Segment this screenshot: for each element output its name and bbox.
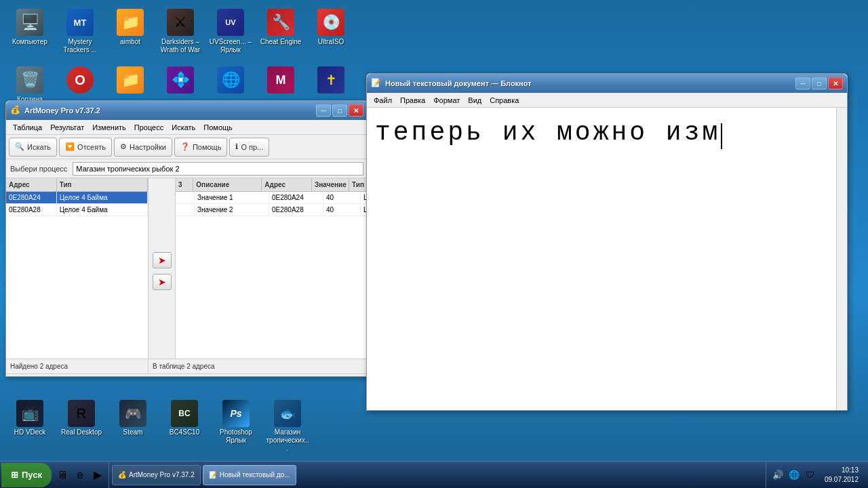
- real-desktop-icon: R: [68, 400, 95, 427]
- info-button[interactable]: ℹ Инф...: [232, 377, 271, 378]
- tray-icon-volume[interactable]: 🔊: [772, 469, 784, 481]
- notepad-window: 📝 Новый текстовый документ — Блокнот ─ □…: [366, 73, 848, 411]
- help-button[interactable]: ❓ Помощь: [174, 138, 228, 157]
- notepad-window-controls: ─ □ ✕: [795, 77, 843, 89]
- notepad-title-icon: 📝: [371, 78, 382, 89]
- right-table-row[interactable]: Значение 2 0E280A28 40 Целое...: [176, 204, 368, 216]
- artmoney-toolbar: 🔍 Искать 🔽 Отсеять ⚙ Настройки ❓ Помощь …: [6, 135, 368, 159]
- notepad-scrollbar[interactable]: [836, 108, 847, 410]
- right-val-cell-1: 40: [323, 192, 361, 203]
- notepad-content[interactable]: теперь их можно изм: [367, 108, 847, 410]
- status-right: В таблице 2 адреса: [149, 359, 368, 373]
- shop-icon: 🐟: [274, 400, 301, 427]
- desktop-icon-cheatengine[interactable]: 🔧 Cheat Engine: [256, 6, 305, 57]
- m-app-icon: M: [267, 66, 294, 94]
- artmoney-minimize-button[interactable]: ─: [316, 104, 331, 117]
- bc4sc10-label: BC4SC10: [170, 428, 199, 436]
- notepad-close-button[interactable]: ✕: [828, 77, 843, 89]
- artmoney-right-panel: 3 Описание Адрес Значение Тип Значение 1…: [176, 178, 368, 359]
- notepad-menu-view[interactable]: Вид: [464, 95, 486, 106]
- taskbar-app-artmoney-icon: 💰: [118, 471, 126, 479]
- artmoney-menubar: Таблица Результат Изменить Процесс Искат…: [6, 120, 368, 135]
- taskbar-app-artmoney-label: ArtMoney Pro v7.37.2: [129, 471, 195, 479]
- ql-desktop-icon[interactable]: 🖥: [54, 467, 71, 483]
- right-num-cell-2: [176, 204, 195, 216]
- desktop-icon-computer[interactable]: 🖥️ Компьютер: [5, 6, 54, 57]
- artmoney-title-icon: 💰: [10, 105, 21, 116]
- desc-column-header: Описание: [193, 178, 262, 191]
- arrow-right-1[interactable]: ➤: [153, 252, 172, 268]
- notepad-text: теперь их можно изм: [370, 110, 844, 155]
- arrow-right-2[interactable]: ➤: [153, 274, 172, 290]
- notepad-menubar: Файл Правка Формат Вид Справка: [367, 93, 847, 108]
- folder2-icon: 📁: [117, 66, 144, 94]
- artmoney-right-header: 3 Описание Адрес Значение Тип: [176, 178, 368, 192]
- taskbar-app-notepad-label: Новый текстовый до...: [220, 471, 290, 479]
- notepad-menu-edit[interactable]: Правка: [396, 95, 429, 106]
- right-table-row[interactable]: Значение 1 0E280A24 40 Целое...: [176, 192, 368, 204]
- menu-process[interactable]: Процесс: [130, 122, 167, 133]
- desktop-icon-aimbot[interactable]: 📁 aimbot: [106, 6, 155, 57]
- aimbot-icon: 📁: [117, 9, 144, 36]
- artmoney-window-controls: ─ □ ✕: [316, 104, 363, 117]
- save-button[interactable]: 💾 Сохранить: [168, 377, 230, 378]
- menu-table[interactable]: Таблица: [9, 122, 46, 133]
- taskbar-app-notepad[interactable]: 📝 Новый текстовый до...: [203, 465, 296, 485]
- desktop-icon-steam[interactable]: 🎮 Steam: [108, 397, 157, 455]
- ultraiso-icon: 💿: [317, 9, 344, 36]
- tray-icon-network[interactable]: 🌐: [788, 469, 800, 481]
- search-button[interactable]: 🔍 Искать: [9, 138, 57, 157]
- left-table-row[interactable]: 0E280A28 Целое 4 Байма: [6, 204, 148, 216]
- steam-icon: 🎮: [119, 400, 146, 427]
- ql-ie-icon[interactable]: e: [72, 467, 88, 483]
- notepad-menu-file[interactable]: Файл: [370, 95, 396, 106]
- desktop-icon-bc4sc10[interactable]: BC BC4SC10: [160, 397, 209, 455]
- clock-time: 10:13: [825, 466, 859, 475]
- process-label: Выбери процесс: [10, 165, 67, 173]
- menu-search[interactable]: Искать: [167, 122, 199, 133]
- num-column-header: 3: [176, 178, 193, 191]
- taskbar-clock: 10:13 09.07.2012: [821, 466, 863, 485]
- notepad-menu-format[interactable]: Формат: [429, 95, 464, 106]
- tray-icon-security[interactable]: 🛡: [804, 469, 816, 481]
- ql-media-icon[interactable]: ▶: [90, 467, 106, 483]
- desktop-icon-photoshop[interactable]: Ps Photoshop Ярлык: [212, 397, 260, 455]
- recycle-bin-icon: 🗑️: [16, 66, 43, 94]
- artmoney-left-panel: Адрес Тип 0E280A24 Целое 4 Байма 0E280A2…: [6, 178, 149, 359]
- notepad-titlebar[interactable]: 📝 Новый текстовый документ — Блокнот ─ □…: [367, 74, 847, 93]
- artmoney-maximize-button[interactable]: □: [332, 104, 347, 117]
- clear-button[interactable]: 🗑 Очистить: [51, 377, 106, 378]
- filter-button[interactable]: 🔽 Отсеять: [59, 138, 112, 157]
- load-button[interactable]: 📂 Загрузить: [108, 377, 166, 378]
- darksiders-label: Darksiders – Wrath of War: [159, 38, 202, 54]
- notepad-maximize-button[interactable]: □: [812, 77, 827, 89]
- artmoney-close-button[interactable]: ✕: [349, 104, 363, 117]
- taskbar-app-artmoney[interactable]: 💰 ArtMoney Pro v7.37.2: [112, 465, 201, 485]
- desktop-icon-real-desktop[interactable]: R Real Desktop: [57, 397, 106, 455]
- desktop-icon-mystery-trackers[interactable]: MT Mystery Trackers ...: [56, 6, 104, 57]
- menu-change[interactable]: Изменить: [88, 122, 130, 133]
- test-button[interactable]: 📊 Тест: [9, 377, 49, 378]
- aimbot-label: aimbot: [120, 38, 140, 46]
- settings-button[interactable]: ⚙ Настройки: [114, 138, 172, 157]
- menu-help[interactable]: Помощь: [199, 122, 237, 133]
- type-cell-1: Целое 4 Байма: [57, 192, 148, 203]
- desktop-icon-ultraiso[interactable]: 💿 UltraISO: [307, 6, 355, 57]
- start-button[interactable]: ⊞ Пуск: [1, 463, 52, 487]
- desktop-icon-hdvdeck[interactable]: 📺 HD VDeck: [5, 397, 54, 455]
- about-button[interactable]: ℹ О пр...: [229, 138, 269, 157]
- desktop-icon-uvscreen[interactable]: UV UVScreen... – Ярлык: [206, 6, 255, 57]
- desktop-icon-darksiders[interactable]: ⚔ Darksiders – Wrath of War: [156, 6, 205, 57]
- menu-result[interactable]: Результат: [46, 122, 88, 133]
- right-desc-cell-2: Значение 2: [195, 204, 269, 216]
- notepad-minimize-button[interactable]: ─: [795, 77, 810, 89]
- artmoney-left-header: Адрес Тип: [6, 178, 148, 192]
- notepad-menu-help[interactable]: Справка: [486, 95, 523, 106]
- desktop: 🖥️ Компьютер MT Mystery Trackers ... 📁 a…: [0, 0, 868, 488]
- artmoney-titlebar[interactable]: 💰 ArtMoney Pro v7.37.2 ─ □ ✕: [6, 101, 368, 120]
- left-table-row[interactable]: 0E280A24 Целое 4 Байма: [6, 192, 148, 204]
- process-input[interactable]: [73, 162, 363, 176]
- right-addr-cell-1: 0E280A24: [269, 192, 323, 203]
- addr2-column-header: Адрес: [262, 178, 312, 191]
- desktop-icon-shop[interactable]: 🐟 Магазин тропических...: [263, 397, 312, 455]
